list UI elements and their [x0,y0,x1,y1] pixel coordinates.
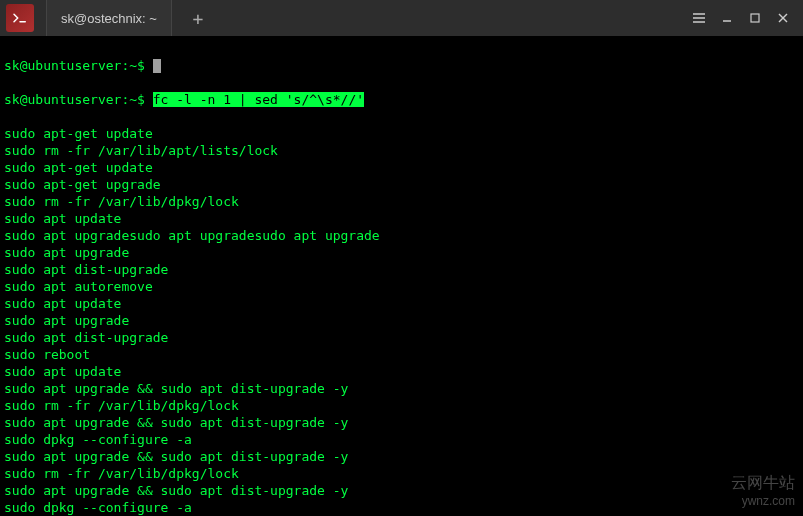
output-line: sudo apt upgrade && sudo apt dist-upgrad… [4,482,799,499]
terminal-output: sudo apt-get updatesudo rm -fr /var/lib/… [4,125,799,516]
window-controls [685,4,797,32]
output-line: sudo apt upgrade [4,312,799,329]
output-line: sudo apt update [4,210,799,227]
terminal-viewport[interactable]: sk@ubuntuserver:~$ sk@ubuntuserver:~$ fc… [0,36,803,516]
highlighted-command: fc -l -n 1 | sed 's/^\s*//' [153,92,364,107]
output-line: sudo rm -fr /var/lib/apt/lists/lock [4,142,799,159]
close-button[interactable] [769,4,797,32]
output-line: sudo apt autoremove [4,278,799,295]
output-line: sudo apt upgradesudo apt upgradesudo apt… [4,227,799,244]
terminal-line: sk@ubuntuserver:~$ [4,57,799,74]
terminal-line: sk@ubuntuserver:~$ fc -l -n 1 | sed 's/^… [4,91,799,108]
output-line: sudo apt upgrade && sudo apt dist-upgrad… [4,380,799,397]
output-line: sudo apt upgrade && sudo apt dist-upgrad… [4,448,799,465]
output-line: sudo reboot [4,346,799,363]
maximize-button[interactable] [741,4,769,32]
output-line: sudo apt update [4,363,799,380]
output-line: sudo rm -fr /var/lib/dpkg/lock [4,397,799,414]
output-line: sudo apt-get upgrade [4,176,799,193]
output-line: sudo apt upgrade [4,244,799,261]
output-line: sudo rm -fr /var/lib/dpkg/lock [4,465,799,482]
output-line: sudo apt dist-upgrade [4,261,799,278]
new-tab-button[interactable]: + [180,0,216,36]
output-line: sudo apt upgrade && sudo apt dist-upgrad… [4,414,799,431]
terminal-app-icon [6,4,34,32]
output-line: sudo dpkg --configure -a [4,499,799,516]
minimize-button[interactable] [713,4,741,32]
shell-prompt: sk@ubuntuserver:~$ [4,58,153,73]
output-line: sudo dpkg --configure -a [4,431,799,448]
svg-rect-5 [751,14,759,22]
hamburger-menu-button[interactable] [685,4,713,32]
titlebar: sk@ostechnix: ~ + [0,0,803,36]
tab-title: sk@ostechnix: ~ [61,11,157,26]
output-line: sudo apt dist-upgrade [4,329,799,346]
output-line: sudo apt-get update [4,159,799,176]
output-line: sudo apt update [4,295,799,312]
output-line: sudo rm -fr /var/lib/dpkg/lock [4,193,799,210]
plus-icon: + [193,8,204,29]
shell-prompt: sk@ubuntuserver:~$ [4,92,153,107]
cursor-icon [153,59,161,73]
tab-active[interactable]: sk@ostechnix: ~ [46,0,172,36]
output-line: sudo apt-get update [4,125,799,142]
